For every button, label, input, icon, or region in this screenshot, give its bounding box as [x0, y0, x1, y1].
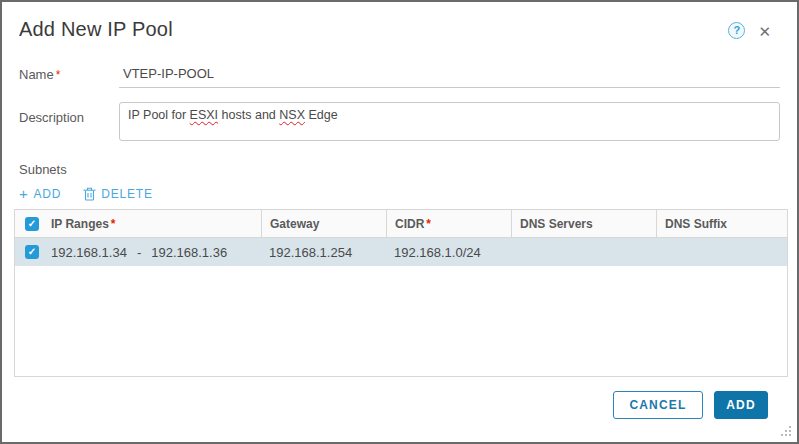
select-all-checkbox[interactable]: ✓ — [25, 217, 39, 231]
ip-range-end: 192.168.1.36 — [151, 245, 227, 260]
subnets-section-label: Subnets — [19, 162, 780, 177]
description-field-row: Description IP Pool for ESXI hosts and N… — [19, 102, 780, 141]
required-marker: * — [111, 217, 116, 231]
delete-subnet-link[interactable]: DELETE — [83, 187, 152, 201]
name-input[interactable] — [119, 66, 780, 88]
add-subnet-label: ADD — [34, 187, 62, 201]
description-text: IP Pool for — [128, 108, 190, 122]
name-label: Name* — [19, 67, 119, 88]
form-area: Name* Description IP Pool for ESXI hosts… — [2, 66, 797, 141]
dialog-title: Add New IP Pool — [19, 18, 173, 41]
description-input[interactable]: IP Pool for ESXI hosts and NSX Edge — [119, 102, 780, 141]
cell-cidr: 192.168.1.0/24 — [386, 245, 511, 260]
header-icons: ? ✕ — [728, 22, 771, 39]
cell-ip-ranges: 192.168.1.34-192.168.1.36 — [49, 245, 261, 260]
column-header-cidr: CIDR* — [386, 210, 511, 237]
cell-gateway: 192.168.1.254 — [261, 245, 386, 260]
resize-grip[interactable] — [780, 425, 793, 438]
column-header-gateway: Gateway — [261, 210, 386, 237]
column-header-dns-servers: DNS Servers — [511, 210, 656, 237]
dialog-header: Add New IP Pool ? ✕ — [2, 2, 797, 41]
delete-subnet-label: DELETE — [101, 187, 152, 201]
ip-range-start: 192.168.1.34 — [51, 245, 127, 260]
add-subnet-link[interactable]: + ADD — [19, 187, 61, 201]
cancel-button[interactable]: CANCEL — [613, 391, 703, 419]
plus-icon: + — [19, 186, 29, 201]
ip-range-dash: - — [137, 245, 141, 260]
trash-icon — [83, 187, 96, 201]
misspelled-word: ESXI — [190, 108, 219, 122]
column-header-ip-ranges: IP Ranges* — [49, 210, 261, 237]
close-icon[interactable]: ✕ — [758, 24, 771, 39]
description-text: hosts and — [218, 108, 279, 122]
description-text: Edge — [305, 108, 338, 122]
row-checkbox[interactable]: ✓ — [25, 245, 39, 259]
subnets-table: ✓ IP Ranges* Gateway CIDR* DNS Servers D… — [14, 209, 788, 377]
dialog-footer: CANCEL ADD — [613, 391, 768, 419]
column-header-dns-suffix: DNS Suffix — [656, 210, 787, 237]
add-button[interactable]: ADD — [714, 391, 768, 419]
required-marker: * — [56, 68, 61, 82]
table-row[interactable]: ✓ 192.168.1.34-192.168.1.36 192.168.1.25… — [15, 238, 787, 266]
misspelled-word: NSX — [279, 108, 305, 122]
help-icon[interactable]: ? — [728, 22, 745, 39]
header-checkbox-cell: ✓ — [15, 210, 49, 237]
row-checkbox-cell: ✓ — [15, 238, 49, 266]
subnets-toolbar: + ADD DELETE — [19, 187, 780, 201]
table-header-row: ✓ IP Ranges* Gateway CIDR* DNS Servers D… — [15, 210, 787, 238]
description-label: Description — [19, 102, 119, 125]
add-new-ip-pool-dialog: Add New IP Pool ? ✕ Name* Description IP… — [0, 0, 799, 444]
name-field-row: Name* — [19, 66, 780, 88]
required-marker: * — [426, 217, 431, 231]
